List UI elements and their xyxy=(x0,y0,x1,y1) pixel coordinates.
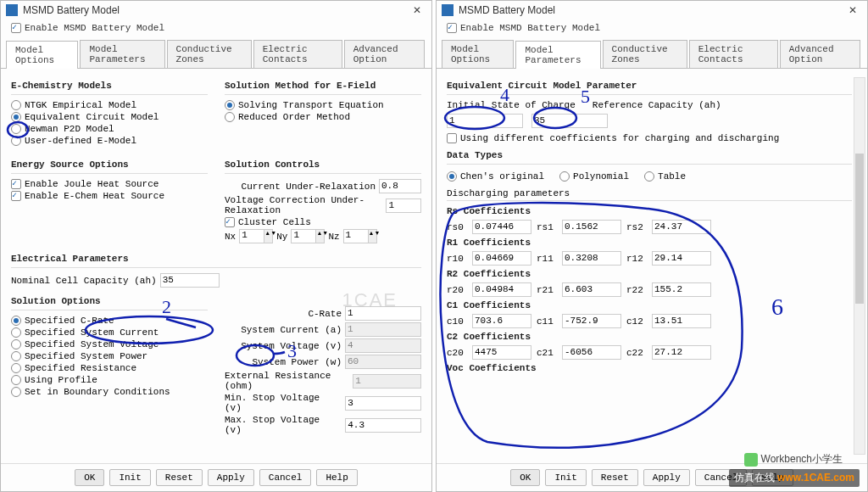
chk-cluster[interactable] xyxy=(225,217,235,227)
r1-title: R1 Coefficients xyxy=(447,238,852,248)
label-r12: r12 xyxy=(626,254,647,264)
label-res: Specified Resistance xyxy=(25,363,136,373)
close-icon[interactable]: ✕ xyxy=(408,4,426,16)
label-reduced: Reduced Order Method xyxy=(238,112,350,122)
label-crate-val: C-Rate xyxy=(308,309,342,319)
label-syscur-val: System Current (a) xyxy=(241,325,342,335)
voc-title: Voc Coefficients xyxy=(447,363,852,373)
input-syscur: 1 xyxy=(345,322,421,337)
input-nom-cap[interactable]: 35 xyxy=(160,273,220,288)
label-nx: Nx xyxy=(225,232,236,242)
label-maxstop-val: Max. Stop Voltage (v) xyxy=(225,415,342,435)
enable-model-checkbox[interactable] xyxy=(11,23,21,33)
radio-p2d[interactable] xyxy=(11,124,21,134)
tab-conductive-zones[interactable]: Conductive Zones xyxy=(167,40,252,68)
btn-apply-r[interactable]: Apply xyxy=(643,469,690,486)
radio-chen[interactable] xyxy=(447,171,457,182)
panel-model-parameters: Equivalent Circuit Model Parameter Initi… xyxy=(437,69,867,463)
chk-joule[interactable] xyxy=(11,179,21,189)
btn-ok[interactable]: OK xyxy=(75,469,104,486)
app-icon-r xyxy=(442,4,453,16)
radio-ecm[interactable] xyxy=(11,112,21,122)
enable-model-label: Enable MSMD Battery Model xyxy=(25,23,164,33)
input-isoc[interactable]: 1 xyxy=(447,114,523,128)
input-r12[interactable]: 29.14 xyxy=(652,251,711,266)
input-rs0[interactable]: 0.07446 xyxy=(472,220,531,234)
title-bar: MSMD Battery Model ✕ xyxy=(1,1,431,20)
radio-bc[interactable] xyxy=(11,387,21,397)
tab-model-options[interactable]: Model Options xyxy=(6,41,78,69)
enable-model-checkbox-r[interactable] xyxy=(447,23,457,33)
btn-reset[interactable]: Reset xyxy=(156,469,203,486)
input-r21[interactable]: 6.603 xyxy=(562,282,621,297)
label-syspow: Specified System Power xyxy=(25,351,147,361)
tab-model-parameters-r[interactable]: Model Parameters xyxy=(515,41,600,69)
stepper-ny[interactable]: 1▲▼ xyxy=(291,229,325,243)
scrollbar[interactable] xyxy=(854,77,865,455)
tab-advanced-option-r[interactable]: Advanced Option xyxy=(780,40,860,68)
tab-model-parameters[interactable]: Model Parameters xyxy=(80,40,164,68)
watermark-1cae: 1CAE xyxy=(342,289,398,311)
stepper-nz[interactable]: 1▲▼ xyxy=(343,229,377,243)
radio-table[interactable] xyxy=(644,171,654,182)
input-rs2[interactable]: 24.37 xyxy=(652,220,711,234)
tab-conductive-zones-r[interactable]: Conductive Zones xyxy=(603,40,687,68)
label-cluster: Cluster Cells xyxy=(238,217,311,227)
label-ecm: Equivalent Circuit Model xyxy=(25,112,159,122)
radio-syspow[interactable] xyxy=(11,351,21,361)
dt-heading: Data Types xyxy=(447,150,852,160)
tab-advanced-option[interactable]: Advanced Option xyxy=(344,40,425,68)
input-c21[interactable]: -6056 xyxy=(562,345,621,360)
close-icon-r[interactable]: ✕ xyxy=(843,4,862,16)
radio-syscur[interactable] xyxy=(11,327,21,338)
input-minstop[interactable]: 3 xyxy=(345,396,421,411)
btn-cancel[interactable]: Cancel xyxy=(259,469,312,486)
radio-crate[interactable] xyxy=(11,316,21,326)
label-poly: Polynomial xyxy=(573,171,629,182)
input-r20[interactable]: 0.04984 xyxy=(472,282,531,297)
stepper-nx[interactable]: 1▲▼ xyxy=(239,229,273,243)
radio-res[interactable] xyxy=(11,363,21,373)
radio-ntgk[interactable] xyxy=(11,100,21,110)
radio-reduced[interactable] xyxy=(225,112,235,122)
label-ny: Ny xyxy=(276,232,287,242)
btn-reset-r[interactable]: Reset xyxy=(592,469,638,486)
input-c12[interactable]: 13.51 xyxy=(652,314,711,328)
btn-help[interactable]: Help xyxy=(316,469,357,486)
input-maxstop[interactable]: 4.3 xyxy=(345,418,421,433)
input-c20[interactable]: 4475 xyxy=(472,345,531,360)
input-refcap[interactable]: 35 xyxy=(531,114,608,128)
btn-init-r[interactable]: Init xyxy=(545,469,586,486)
btn-init[interactable]: Init xyxy=(109,469,150,486)
tab-electric-contacts-r[interactable]: Electric Contacts xyxy=(689,40,778,68)
radio-profile[interactable] xyxy=(11,375,21,385)
radio-transport[interactable] xyxy=(225,100,235,110)
enable-model-label-r: Enable MSMD Battery Model xyxy=(460,23,600,33)
input-rs1[interactable]: 0.1562 xyxy=(562,220,621,234)
label-c22: c22 xyxy=(626,348,647,358)
input-r22[interactable]: 155.2 xyxy=(652,282,711,297)
btn-apply[interactable]: Apply xyxy=(208,469,254,486)
tab-electric-contacts[interactable]: Electric Contacts xyxy=(253,40,342,68)
input-sysvolt: 4 xyxy=(345,338,421,353)
input-c11[interactable]: -752.9 xyxy=(562,314,621,328)
input-volt-relax[interactable]: 1 xyxy=(386,198,421,213)
radio-sysvolt[interactable] xyxy=(11,339,21,349)
label-minstop-val: Min. Stop Voltage (v) xyxy=(225,393,342,413)
label-user: User-defined E-Model xyxy=(25,136,136,146)
input-r10[interactable]: 0.04669 xyxy=(472,251,531,266)
window-right: MSMD Battery Model ✕ Enable MSMD Battery… xyxy=(436,0,868,492)
chk-echem-heat[interactable] xyxy=(11,191,21,201)
chk-diffcoef[interactable] xyxy=(447,133,457,143)
radio-poly[interactable] xyxy=(559,171,570,182)
input-r11[interactable]: 0.3208 xyxy=(562,251,621,266)
label-c10: c10 xyxy=(447,316,467,327)
tab-model-options-r[interactable]: Model Options xyxy=(442,40,514,68)
app-icon xyxy=(6,4,18,16)
label-c21: c21 xyxy=(537,348,557,358)
input-cur-relax[interactable]: 0.8 xyxy=(379,179,421,193)
btn-ok-r[interactable]: OK xyxy=(510,469,540,486)
input-c10[interactable]: 703.6 xyxy=(472,314,531,328)
radio-user[interactable] xyxy=(11,136,21,146)
input-c22[interactable]: 27.12 xyxy=(652,345,711,360)
